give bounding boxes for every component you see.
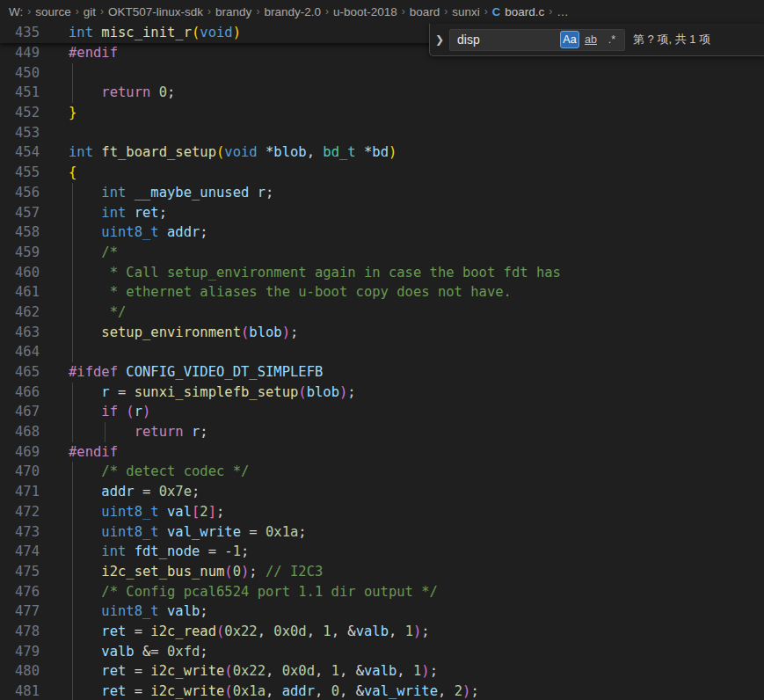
match-case-button[interactable]: Aa: [560, 31, 579, 48]
line-number[interactable]: 463: [0, 323, 40, 343]
code-text: uint8_t val[2];: [69, 502, 224, 522]
code-text: uint8_t addr;: [69, 222, 208, 243]
line-number[interactable]: 471: [0, 482, 40, 502]
code-line[interactable]: 470 /* detect codec */: [0, 462, 764, 482]
line-number[interactable]: 435: [0, 23, 40, 43]
breadcrumb-item[interactable]: brandy-2.0: [264, 5, 321, 18]
line-number[interactable]: 476: [0, 582, 40, 602]
token-var: valb: [356, 623, 389, 639]
code-line[interactable]: 462 */: [0, 303, 764, 323]
line-number[interactable]: 456: [0, 183, 40, 203]
line-number[interactable]: 474: [0, 542, 40, 562]
code-line[interactable]: 476 /* Config pcal6524 port 1.1 dir outp…: [0, 582, 764, 602]
code-line[interactable]: 458 uint8_t addr;: [0, 222, 764, 243]
line-number[interactable]: 461: [0, 282, 40, 303]
breadcrumb-item[interactable]: …: [557, 5, 569, 18]
find-query-text[interactable]: disp: [457, 33, 558, 47]
breadcrumb-item[interactable]: sunxi: [452, 5, 480, 18]
code-line[interactable]: 454int ft_board_setup(void *blob, bd_t *…: [0, 142, 764, 163]
code-line[interactable]: 456 int __maybe_unused r;: [0, 183, 764, 203]
code-line[interactable]: 474 int fdt_node = -1;: [0, 542, 764, 562]
breadcrumb-item[interactable]: u-boot-2018: [333, 5, 397, 18]
breadcrumb-item-label: u-boot-2018: [333, 5, 397, 18]
breadcrumb-item[interactable]: git: [84, 5, 96, 18]
line-number[interactable]: 459: [0, 243, 40, 263]
whole-word-button[interactable]: ab: [581, 31, 600, 48]
line-number[interactable]: 450: [0, 63, 40, 84]
line-number[interactable]: 452: [0, 103, 40, 123]
code-line[interactable]: 465#ifdef CONFIG_VIDEO_DT_SIMPLEFB: [0, 362, 764, 383]
token-num: 1: [405, 623, 413, 639]
toggle-replace-chevron-icon[interactable]: ❯: [430, 33, 449, 46]
code-line[interactable]: 467 if (r): [0, 402, 764, 422]
token-var: ret: [101, 663, 126, 679]
breadcrumb-item[interactable]: W:: [9, 5, 23, 18]
code-line[interactable]: 480 ret = i2c_write(0x22, 0x0d, 1, &valb…: [0, 661, 764, 682]
token-pln: ;: [200, 224, 207, 240]
code-line[interactable]: 478 ret = i2c_read(0x22, 0x0d, 1, &valb,…: [0, 622, 764, 642]
line-number[interactable]: 458: [0, 222, 40, 243]
line-number[interactable]: 479: [0, 642, 40, 662]
line-number[interactable]: 465: [0, 362, 40, 383]
line-number[interactable]: 467: [0, 402, 40, 422]
line-number[interactable]: 480: [0, 661, 40, 682]
line-number[interactable]: 477: [0, 602, 40, 622]
code-line[interactable]: 450: [0, 63, 764, 84]
code-line[interactable]: 464: [0, 342, 764, 362]
line-number[interactable]: 449: [0, 43, 40, 63]
code-line[interactable]: 481 ret = i2c_write(0x1a, addr, 0, &val_…: [0, 682, 764, 700]
line-number[interactable]: 466: [0, 383, 40, 403]
token-pln: ;: [200, 603, 207, 619]
code-line[interactable]: 455{: [0, 163, 764, 183]
code-line[interactable]: 475 i2c_set_bus_num(0); // I2C3: [0, 562, 764, 582]
line-number[interactable]: 455: [0, 163, 40, 183]
breadcrumb-item[interactable]: board: [410, 5, 440, 18]
line-number[interactable]: 457: [0, 203, 40, 223]
line-number[interactable]: 454: [0, 142, 40, 163]
breadcrumb-item[interactable]: OKT507-linux-sdk: [108, 5, 203, 18]
line-number[interactable]: 462: [0, 303, 40, 323]
line-number[interactable]: 464: [0, 342, 40, 362]
line-number[interactable]: 472: [0, 502, 40, 522]
token-cmt: /* Config pcal6524 port 1.1 dir output *…: [101, 584, 438, 600]
code-line[interactable]: 457 int ret;: [0, 203, 764, 223]
code-line[interactable]: 453: [0, 123, 764, 143]
find-input[interactable]: disp Aa ab .*: [449, 29, 625, 51]
line-number[interactable]: 473: [0, 522, 40, 543]
line-number[interactable]: 469: [0, 442, 40, 463]
code-line[interactable]: 460 * Call setup_environment again in ca…: [0, 263, 764, 283]
code-line[interactable]: 463 setup_environment(blob);: [0, 323, 764, 343]
code-line[interactable]: 473 uint8_t val_write = 0x1a;: [0, 522, 764, 543]
code-line[interactable]: 461 * ethernet aliases the u-boot copy d…: [0, 282, 764, 303]
code-line[interactable]: 451 return 0;: [0, 83, 764, 103]
line-number[interactable]: 470: [0, 462, 40, 482]
token-fn: i2c_read: [150, 623, 216, 639]
code-area[interactable]: 449#endif450451 return 0;452}453454int f…: [0, 43, 764, 700]
line-number[interactable]: 453: [0, 123, 40, 143]
regex-button[interactable]: .*: [602, 31, 622, 48]
token-pln: [69, 284, 101, 300]
code-line[interactable]: 466 r = sunxi_simplefb_setup(blob);: [0, 383, 764, 403]
token-pln: [69, 603, 101, 619]
code-line[interactable]: 471 addr = 0x7e;: [0, 482, 764, 502]
code-line[interactable]: 452}: [0, 103, 764, 123]
line-number[interactable]: 468: [0, 422, 40, 442]
line-number[interactable]: 460: [0, 263, 40, 283]
breadcrumb-item[interactable]: brandy: [215, 5, 251, 18]
code-line[interactable]: 477 uint8_t valb;: [0, 602, 764, 622]
breadcrumb-separator-icon: ›: [207, 5, 211, 18]
token-num: 0x1a: [266, 524, 298, 540]
code-line[interactable]: 469#endif: [0, 442, 764, 463]
breadcrumb-item[interactable]: source: [35, 5, 71, 18]
code-line[interactable]: 459 /*: [0, 243, 764, 263]
code-text: int ret;: [69, 203, 167, 223]
breadcrumb-item[interactable]: Cboard.c: [492, 5, 544, 18]
line-number[interactable]: 481: [0, 682, 40, 700]
code-line[interactable]: 479 valb &= 0xfd;: [0, 642, 764, 662]
code-line[interactable]: 468 return r;: [0, 422, 764, 442]
token-pln: ;: [216, 504, 224, 520]
line-number[interactable]: 475: [0, 562, 40, 582]
line-number[interactable]: 478: [0, 622, 40, 642]
code-line[interactable]: 472 uint8_t val[2];: [0, 502, 764, 522]
line-number[interactable]: 451: [0, 83, 40, 103]
